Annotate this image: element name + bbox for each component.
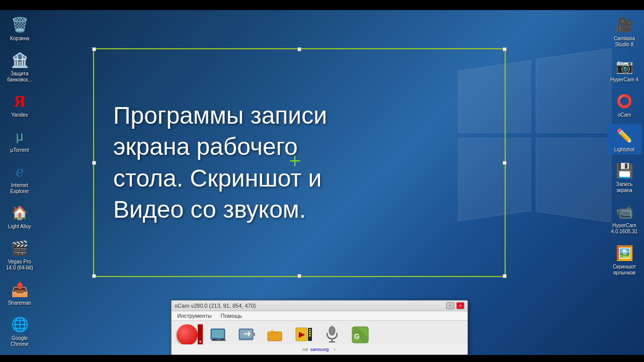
icon-lightshot[interactable]: ✏️ Lightshot xyxy=(607,124,641,154)
icon-chrome[interactable]: 🌐 Google Chrome xyxy=(3,312,37,349)
zaschita-icon: 🏦 xyxy=(10,50,30,70)
ocam-titlebar: oCam v280.0 (213, 91, 854, 470) − × xyxy=(172,301,467,311)
hypercam4-icon: 📷 xyxy=(614,56,634,76)
lightalloy-icon: 🏠 xyxy=(10,203,30,223)
ad-text: Ad xyxy=(302,347,308,352)
game-icon: G xyxy=(351,325,370,344)
ocam-ad-bar: Ad samsung ✕ xyxy=(172,344,467,354)
ocam-close-btn[interactable]: × xyxy=(456,302,464,309)
icon-skrinshot[interactable]: 🖼️ Скриншот ярлычков xyxy=(607,241,641,278)
shareman-label: Shareman xyxy=(8,300,31,306)
hypercam4-label: HyperCam 4 xyxy=(610,77,638,83)
desktop-icons-right: 🎥 Camtasia Studio 8 📷 HyperCam 4 ⭕ oCam … xyxy=(607,13,641,278)
bottom-bar xyxy=(0,355,644,362)
hypercam2-icon: 📹 xyxy=(614,202,634,222)
open-icon xyxy=(266,325,285,344)
ocam-window-controls: − × xyxy=(446,302,464,309)
size-icon xyxy=(237,325,257,344)
ocam-menu-help[interactable]: Помощь xyxy=(219,312,244,319)
shareman-icon: 📤 xyxy=(10,279,30,299)
top-bar xyxy=(0,0,644,10)
icon-utorrent[interactable]: μ µTorrent xyxy=(3,124,37,155)
camtasia-label: Camtasia Studio 8 xyxy=(609,36,639,48)
hypercam2-label: HyperCam 4.0.1605.31 xyxy=(609,223,639,235)
camtasia-icon: 🎥 xyxy=(614,15,634,35)
utorrent-label: µTorrent xyxy=(11,147,29,153)
svg-point-18 xyxy=(329,326,335,335)
ocam-menu-tools[interactable]: Инструменты xyxy=(176,312,213,319)
ocam-icon: ⭕ xyxy=(614,91,634,111)
zaschita-label: Защита банковск... xyxy=(5,71,35,83)
icon-ie[interactable]: ℯ Internet Explorer xyxy=(3,159,37,197)
yandex-icon: Я xyxy=(10,91,30,111)
selection-text: Программы записи экрана рабочего стола. … xyxy=(113,100,365,226)
icon-hypercam4[interactable]: 📷 HyperCam 4 xyxy=(607,54,641,85)
icon-lightalloy[interactable]: 🏠 Light Alloy xyxy=(3,201,37,232)
desktop-icons-left: 🗑️ Корзина 🏦 Защита банковск... Я Yandex… xyxy=(3,13,37,362)
svg-rect-9 xyxy=(252,333,255,336)
lightshot-icon: ✏️ xyxy=(614,126,634,146)
icon-korzina[interactable]: 🗑️ Корзина xyxy=(3,13,37,44)
ie-icon: ℯ xyxy=(10,161,30,182)
chrome-label: Google Chrome xyxy=(5,335,35,347)
chrome-icon: 🌐 xyxy=(10,314,30,334)
icon-shareman[interactable]: 📤 Shareman xyxy=(3,277,37,308)
ad-link[interactable]: samsung xyxy=(310,347,329,352)
ocam-label: oCam xyxy=(618,112,631,118)
icon-camtasia[interactable]: 🎥 Camtasia Studio 8 xyxy=(607,13,641,50)
utorrent-icon: μ xyxy=(10,126,30,146)
svg-rect-10 xyxy=(268,332,282,341)
ocam-menu-bar: Инструменты Помощь xyxy=(172,311,467,321)
korzina-label: Корзина xyxy=(10,36,29,42)
codecs-icon xyxy=(294,325,313,344)
ocam-window: oCam v280.0 (213, 91, 854, 470) − × Инст… xyxy=(171,300,468,355)
icon-vegaspro[interactable]: 🎬 Vegas Pro 14.0 (64-bit) xyxy=(3,236,37,273)
record-button[interactable] xyxy=(177,324,198,345)
svg-text:G: G xyxy=(354,332,360,340)
record-dropdown-arrow[interactable]: ▼ xyxy=(198,324,203,345)
record-btn-container: ▼ xyxy=(177,324,203,345)
zapisekrana-label: Запись экрана xyxy=(609,182,639,194)
audio-icon xyxy=(323,325,342,344)
icon-ocam[interactable]: ⭕ oCam xyxy=(607,89,641,120)
skrinshot-icon: 🖼️ xyxy=(614,243,634,263)
zapisekrana-icon: 💾 xyxy=(614,160,634,180)
skrinshot-label: Скриншот ярлычков xyxy=(609,264,639,276)
korzina-icon: 🗑️ xyxy=(10,15,30,35)
svg-rect-6 xyxy=(212,340,226,341)
svg-rect-3 xyxy=(212,330,224,338)
lightshot-label: Lightshot xyxy=(614,147,635,153)
icon-zapisekrana[interactable]: 💾 Запись экрана xyxy=(607,158,641,196)
yandex-label: Yandex xyxy=(11,112,28,118)
vegaspro-label: Vegas Pro 14.0 (64-bit) xyxy=(5,259,35,271)
icon-hypercam2[interactable]: 📹 HyperCam 4.0.1605.31 xyxy=(607,200,641,237)
ad-close[interactable]: ✕ xyxy=(333,347,337,352)
ie-label: Internet Explorer xyxy=(5,183,35,195)
ocam-title: oCam v280.0 (213, 91, 854, 470) xyxy=(175,303,256,309)
desktop: 🗑️ Корзина 🏦 Защита банковск... Я Yandex… xyxy=(0,0,644,362)
ocam-minimize-btn[interactable]: − xyxy=(446,302,454,309)
icon-yandex[interactable]: Я Yandex xyxy=(3,89,37,120)
icon-zaschita[interactable]: 🏦 Защита банковск... xyxy=(3,48,37,85)
lightalloy-label: Light Alloy xyxy=(8,224,31,230)
vegaspro-icon: 🎬 xyxy=(10,238,30,258)
screenshot-icon xyxy=(209,325,228,344)
selection-area-content: Программы записи экрана рабочего стола. … xyxy=(93,48,506,277)
